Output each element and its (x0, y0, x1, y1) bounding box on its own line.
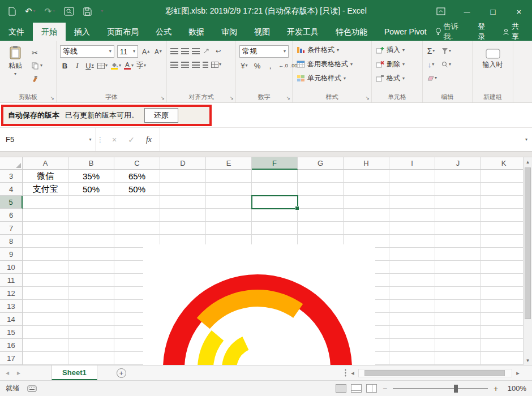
zoom-slider-thumb[interactable] (454, 385, 458, 393)
custom-input-button[interactable]: 输入时 (480, 46, 506, 70)
number-format-combo[interactable]: 常规▾ (239, 45, 289, 58)
tab-特色功能[interactable]: 特色功能 (327, 23, 376, 41)
column-header-A[interactable]: A (23, 157, 68, 170)
search-tool-button[interactable] (64, 7, 74, 16)
vertical-scroll-thumb[interactable] (525, 167, 531, 319)
format-cells-button[interactable]: 格式▾ (374, 71, 420, 85)
minimize-button[interactable]: ─ (454, 0, 480, 23)
autosum-button[interactable]: Σ▾ (426, 45, 436, 57)
tab-数据[interactable]: 数据 (180, 23, 213, 41)
scroll-right-button[interactable]: ▸ (514, 369, 522, 377)
page-layout-view-button[interactable] (351, 384, 362, 393)
align-center-icon[interactable] (181, 62, 189, 68)
sign-in-button[interactable]: 登录 (478, 21, 492, 42)
column-header-B[interactable]: B (68, 157, 114, 170)
fill-color-button[interactable]: ▾ (110, 60, 121, 71)
copy-button[interactable]: ▾ (32, 61, 42, 71)
add-sheet-button[interactable]: + (117, 368, 126, 378)
expand-formula-bar-button[interactable]: ▾ (521, 128, 532, 151)
confirm-entry-button[interactable]: ✓ (128, 135, 135, 144)
selected-cell-outline[interactable] (251, 195, 298, 209)
normal-view-button[interactable] (336, 384, 346, 393)
column-header-E[interactable]: E (206, 157, 252, 170)
previous-sheet-button[interactable]: ◂ (6, 369, 9, 377)
increase-decimal-button[interactable]: ←.0 (278, 60, 288, 71)
fill-button[interactable]: ↓▾ (426, 59, 436, 70)
restore-button[interactable]: 还原 (144, 108, 178, 123)
decrease-font-button[interactable]: A▾ (153, 46, 163, 57)
cell-styles-button[interactable]: 单元格样式▾ (295, 71, 369, 85)
formula-bar-resize-handle[interactable]: ⋮ (96, 128, 104, 151)
share-button[interactable]: 共享 (503, 21, 526, 42)
font-name-combo[interactable]: 等线▾ (60, 45, 114, 58)
name-box[interactable]: F5 (0, 128, 85, 151)
conditional-formatting-button[interactable]: 条件格式▾ (295, 43, 369, 57)
horizontal-scroll-thumb[interactable] (364, 370, 505, 376)
paste-button[interactable]: 粘贴▾ (2, 43, 28, 84)
accounting-format-button[interactable]: ¥▾ (239, 60, 249, 71)
font-color-button[interactable]: A▾ (124, 60, 134, 71)
tab-插入[interactable]: 插入 (66, 23, 98, 41)
decrease-indent-icon[interactable] (203, 62, 208, 68)
zoom-level-label[interactable]: 100% (504, 384, 526, 393)
column-header-D[interactable]: D (160, 157, 206, 170)
column-header-K[interactable]: K (481, 157, 523, 170)
tab-Power Pivot[interactable]: Power Pivot (376, 23, 435, 41)
align-top-icon[interactable] (170, 48, 178, 54)
column-header-I[interactable]: I (389, 157, 435, 170)
scroll-up-button[interactable]: ▴ (524, 157, 532, 166)
phonetic-guide-button[interactable]: 字▾ (136, 60, 146, 71)
macro-record-icon[interactable] (27, 385, 37, 392)
cut-button[interactable]: ✂ (32, 48, 42, 58)
tab-开发工具[interactable]: 开发工具 (278, 23, 327, 41)
orientation-icon[interactable] (203, 48, 211, 54)
tab-文件[interactable]: 文件 (0, 23, 33, 41)
column-header-J[interactable]: J (435, 157, 481, 170)
ribbon-display-options-button[interactable] (428, 0, 454, 23)
align-left-icon[interactable] (170, 62, 178, 68)
column-header-H[interactable]: H (344, 157, 389, 170)
horizontal-scroll-track[interactable] (358, 369, 512, 377)
undo-button[interactable]: ↶▾ (25, 6, 36, 16)
tab-审阅[interactable]: 审阅 (213, 23, 246, 41)
percent-style-button[interactable]: % (252, 60, 262, 71)
wrap-text-button[interactable]: ↩ (213, 45, 223, 57)
scrollbar-resize-handle[interactable] (344, 369, 347, 377)
tab-开始[interactable]: 开始 (33, 23, 66, 41)
increase-font-button[interactable]: A▴ (141, 46, 151, 57)
bold-button[interactable]: B (60, 60, 70, 71)
borders-button[interactable]: ▾ (97, 60, 108, 71)
scroll-left-button[interactable]: ◂ (349, 369, 357, 377)
vertical-scrollbar[interactable]: ▴ ▾ (523, 157, 532, 365)
close-button[interactable]: × (506, 0, 532, 23)
save-button[interactable] (83, 7, 92, 16)
comma-style-button[interactable]: , (265, 60, 275, 71)
select-all-corner[interactable] (0, 157, 23, 170)
italic-button[interactable]: I (72, 60, 82, 71)
font-size-combo[interactable]: 11▾ (117, 45, 138, 58)
redo-button[interactable]: ↷▾ (45, 6, 55, 16)
clear-button[interactable]: ▾ (426, 72, 437, 84)
scroll-down-button[interactable]: ▾ (524, 356, 532, 365)
sort-filter-button[interactable]: ▾ (441, 45, 451, 57)
merge-center-button[interactable]: ▾ (211, 59, 221, 70)
next-sheet-button[interactable]: ▸ (17, 369, 20, 377)
name-box-dropdown[interactable]: ▾ (85, 128, 96, 151)
tell-me-button[interactable]: 告诉我. (435, 21, 467, 42)
tab-页面布局[interactable]: 页面布局 (98, 23, 147, 41)
column-header-G[interactable]: G (298, 157, 344, 170)
maximize-button[interactable]: □ (480, 0, 506, 23)
align-middle-icon[interactable] (181, 48, 189, 54)
tab-视图[interactable]: 视图 (246, 23, 278, 41)
sheet-tab-sheet1[interactable]: Sheet1 (52, 365, 97, 380)
underline-button[interactable]: U▾ (85, 60, 95, 71)
cancel-entry-button[interactable]: × (112, 135, 117, 144)
insert-function-button[interactable]: fx (146, 135, 152, 144)
zoom-in-button[interactable]: + (492, 384, 499, 393)
delete-cells-button[interactable]: 删除▾ (374, 57, 420, 71)
column-header-C[interactable]: C (114, 157, 160, 170)
formula-input[interactable] (160, 128, 521, 151)
document-icon[interactable] (8, 7, 16, 16)
zoom-out-button[interactable]: − (381, 384, 388, 393)
insert-cells-button[interactable]: 插入▾ (374, 43, 420, 57)
